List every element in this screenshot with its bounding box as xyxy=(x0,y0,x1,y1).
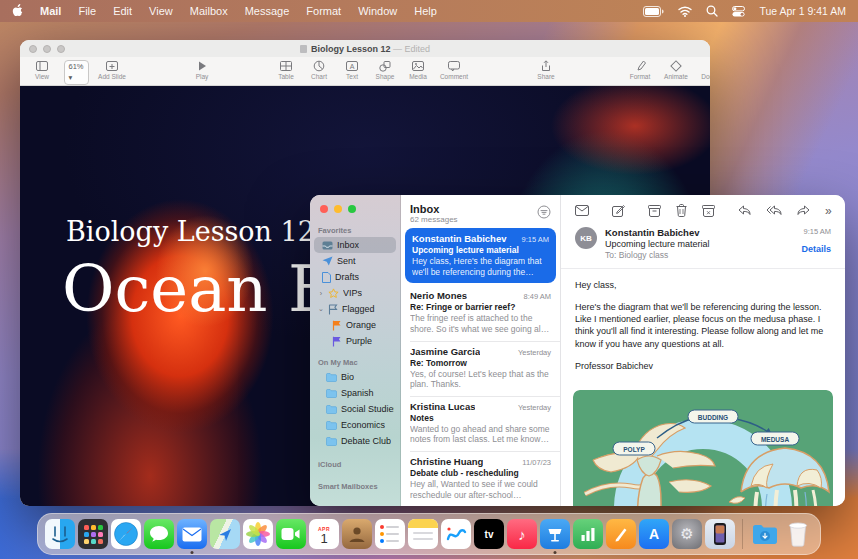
format-button[interactable]: Format xyxy=(628,60,652,80)
menu-file[interactable]: File xyxy=(78,5,96,17)
animate-button[interactable]: Animate xyxy=(664,60,688,80)
mail-dock-icon[interactable] xyxy=(177,519,207,549)
apple-tv-dock-icon[interactable]: tv xyxy=(474,519,504,549)
iphone-mirroring-dock-icon[interactable] xyxy=(705,519,735,549)
reminders-dock-icon[interactable] xyxy=(375,519,405,549)
menu-window[interactable]: Window xyxy=(358,5,397,17)
add-slide-button[interactable]: Add Slide xyxy=(100,60,124,80)
keynote-dock-icon[interactable] xyxy=(540,519,570,549)
sidebar-item-sent[interactable]: Sent xyxy=(310,253,400,269)
body-paragraph: Here's the diagram that we'll be referen… xyxy=(575,301,831,350)
downloads-dock-icon[interactable] xyxy=(750,519,780,549)
keynote-titlebar[interactable]: Biology Lesson 12 — Edited xyxy=(20,40,710,57)
menu-clock[interactable]: Tue Apr 1 9:41 AM xyxy=(759,5,846,17)
control-center-icon[interactable] xyxy=(732,6,745,17)
reply-icon[interactable] xyxy=(738,205,751,216)
maps-dock-icon[interactable] xyxy=(210,519,240,549)
sidebar-item-flagged[interactable]: ⌄ Flagged xyxy=(310,301,400,317)
archive-icon[interactable] xyxy=(648,205,661,217)
facetime-dock-icon[interactable] xyxy=(276,519,306,549)
notes-dock-icon[interactable] xyxy=(408,519,438,549)
mail-traffic-lights[interactable] xyxy=(320,205,400,213)
more-actions-icon[interactable]: » xyxy=(825,205,832,217)
menu-edit[interactable]: Edit xyxy=(113,5,132,17)
menu-view[interactable]: View xyxy=(149,5,173,17)
sidebar-item-purple-flag[interactable]: Purple xyxy=(310,333,400,349)
dock-separator xyxy=(742,519,743,549)
spotlight-search-icon[interactable] xyxy=(706,5,718,17)
message-detail-pane: » KB Konstantin Babichev Upcoming lectur… xyxy=(561,195,845,506)
launchpad-dock-icon[interactable] xyxy=(78,519,108,549)
table-button[interactable]: Table xyxy=(274,60,298,80)
sidebar-folder-social-studies[interactable]: Social Studies xyxy=(310,401,400,417)
trash-icon[interactable] xyxy=(676,204,687,217)
finder-dock-icon[interactable] xyxy=(45,519,75,549)
sidebar-folder-bio[interactable]: Bio xyxy=(310,369,400,385)
filter-icon[interactable] xyxy=(537,205,551,223)
menu-mailbox[interactable]: Mailbox xyxy=(190,5,228,17)
menu-message[interactable]: Message xyxy=(245,5,290,17)
avatar: KB xyxy=(575,227,597,249)
recipient-line: To: Biology class xyxy=(605,250,795,260)
battery-icon[interactable] xyxy=(643,6,664,17)
menu-help[interactable]: Help xyxy=(414,5,437,17)
dock: APR 1 tv ♪ A ⚙ xyxy=(37,513,821,555)
icloud-section-label[interactable]: iCloud xyxy=(310,457,400,471)
freeform-dock-icon[interactable] xyxy=(441,519,471,549)
contacts-dock-icon[interactable] xyxy=(342,519,372,549)
junk-icon[interactable] xyxy=(702,205,715,217)
system-settings-dock-icon[interactable]: ⚙ xyxy=(672,519,702,549)
sidebar-item-drafts[interactable]: Drafts xyxy=(310,269,400,285)
trash-dock-icon[interactable] xyxy=(783,519,813,549)
wifi-icon[interactable] xyxy=(678,6,692,17)
menu-app-name[interactable]: Mail xyxy=(40,5,61,17)
calendar-dock-icon[interactable]: APR 1 xyxy=(309,519,339,549)
slide-kicker-text[interactable]: Biology Lesson 12 xyxy=(66,216,315,247)
message-row[interactable]: Christine Huang11/07/23 Debate club - re… xyxy=(401,451,560,506)
details-link[interactable]: Details xyxy=(801,244,831,254)
view-button[interactable]: View xyxy=(30,60,54,80)
safari-dock-icon[interactable] xyxy=(111,519,141,549)
message-row[interactable]: Jasmine GarciaYesterday Re: Tomorrow Yes… xyxy=(401,341,560,396)
share-button[interactable]: Share xyxy=(534,60,558,80)
sidebar-folder-spanish[interactable]: Spanish xyxy=(310,385,400,401)
svg-text:BUDDING: BUDDING xyxy=(698,413,728,420)
close-icon[interactable] xyxy=(320,205,328,213)
forward-icon[interactable] xyxy=(797,205,810,216)
message-row[interactable]: Nerio Mones8:49 AM Re: Fringe or barrier… xyxy=(401,285,560,340)
text-button[interactable]: A Text xyxy=(340,60,364,80)
pages-dock-icon[interactable] xyxy=(606,519,636,549)
message-header: KB Konstantin Babichev Upcoming lecture … xyxy=(561,224,845,269)
photos-dock-icon[interactable] xyxy=(243,519,273,549)
play-button[interactable]: Play xyxy=(190,60,214,80)
attachment-diagram[interactable]: POLYP BUDDING MEDUSA xyxy=(573,390,833,506)
get-mail-icon[interactable] xyxy=(575,205,589,216)
apple-menu-icon[interactable] xyxy=(12,4,23,19)
menu-format[interactable]: Format xyxy=(306,5,341,17)
compose-icon[interactable] xyxy=(612,205,625,217)
document-button[interactable]: Document xyxy=(704,60,710,80)
music-dock-icon[interactable]: ♪ xyxy=(507,519,537,549)
media-button[interactable]: Media xyxy=(406,60,430,80)
chevron-open-icon[interactable]: ⌄ xyxy=(318,305,324,313)
sidebar-item-orange-flag[interactable]: Orange xyxy=(310,317,400,333)
messages-dock-icon[interactable] xyxy=(144,519,174,549)
app-store-dock-icon[interactable]: A xyxy=(639,519,669,549)
shape-button[interactable]: Shape xyxy=(373,60,397,80)
comment-button[interactable]: Comment xyxy=(442,60,466,80)
smart-mailboxes-section-label[interactable]: Smart Mailboxes xyxy=(310,479,400,493)
sidebar-item-vips[interactable]: › VIPs xyxy=(310,285,400,301)
zoom-window-icon[interactable] xyxy=(348,205,356,213)
sidebar-folder-debate-club[interactable]: Debate Club xyxy=(310,433,400,449)
sidebar-item-inbox[interactable]: Inbox xyxy=(314,237,396,253)
message-row[interactable]: Kristina LucasYesterday Notes Wanted to … xyxy=(401,396,560,451)
minimize-icon[interactable] xyxy=(334,205,342,213)
chart-button[interactable]: Chart xyxy=(307,60,331,80)
message-list-pane: Inbox 62 messages Konstantin Babichev9:1… xyxy=(401,195,561,506)
sidebar-folder-economics[interactable]: Economics xyxy=(310,417,400,433)
numbers-dock-icon[interactable] xyxy=(573,519,603,549)
chevron-right-icon[interactable]: › xyxy=(318,290,324,297)
edited-label: — Edited xyxy=(393,44,430,54)
message-row-selected[interactable]: Konstantin Babichev9:15 AM Upcoming lect… xyxy=(405,228,556,283)
reply-all-icon[interactable] xyxy=(766,205,782,216)
